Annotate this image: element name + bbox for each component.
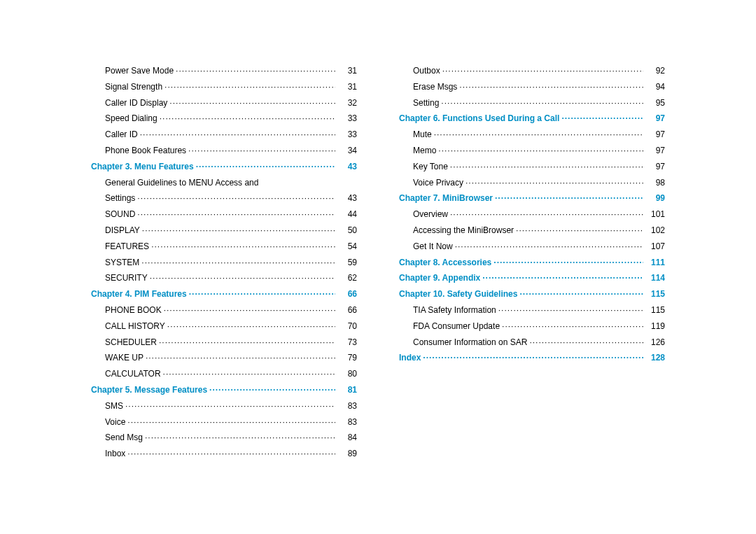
toc-leader — [145, 430, 335, 446]
toc-label: Chapter 4. PIM Features — [91, 286, 187, 302]
toc-leader — [163, 366, 335, 382]
toc-page-number: 128 — [645, 350, 665, 366]
toc-label: TIA Safety Information — [413, 302, 496, 318]
toc-entry: Inbox89 — [91, 446, 357, 462]
toc-label: CALL HISTORY — [105, 318, 165, 335]
toc-label: Caller ID — [105, 127, 138, 143]
toc-entry: Consumer Information on SAR126 — [399, 335, 665, 351]
toc-entry: Caller ID33 — [91, 127, 357, 143]
toc-leader — [459, 79, 643, 95]
toc-leader — [434, 127, 643, 143]
toc-entry: SOUND44 — [91, 206, 357, 223]
toc-page-number: 84 — [337, 430, 357, 446]
toc-leader — [561, 111, 643, 127]
toc-leader — [502, 318, 643, 335]
toc-page-number: 70 — [337, 318, 357, 335]
toc-page-number: 115 — [645, 302, 665, 318]
toc-page-number: 92 — [645, 63, 665, 79]
toc-entry: TIA Safety Information115 — [399, 302, 665, 318]
toc-page-number: 80 — [337, 366, 357, 382]
toc-heading: Chapter 6. Functions Used During a Call9… — [399, 111, 665, 127]
toc-leader — [423, 350, 643, 366]
toc-label: Chapter 9. Appendix — [399, 270, 480, 286]
toc-leader — [529, 335, 643, 351]
toc-label: Signal Strength — [105, 79, 162, 95]
toc-label: SYSTEM — [105, 255, 139, 271]
toc-page-number: 102 — [645, 223, 665, 239]
toc-leader — [495, 190, 643, 206]
toc-entry: DISPLAY50 — [91, 223, 357, 239]
toc-leader — [450, 159, 643, 175]
toc-label: Speed Dialing — [105, 111, 158, 127]
toc-entry: CALCULATOR80 — [91, 366, 357, 382]
toc-leader — [209, 382, 335, 398]
toc-page: Power Save Mode31Signal Strength31Caller… — [0, 0, 756, 462]
toc-entry: Erase Msgs94 — [399, 79, 665, 95]
toc-page-number: 101 — [645, 206, 665, 223]
toc-page-number: 95 — [645, 95, 665, 111]
toc-leader — [441, 95, 643, 111]
toc-leader — [160, 111, 335, 127]
toc-entry: CALL HISTORY70 — [91, 318, 357, 335]
toc-label: Key Tone — [413, 159, 448, 175]
toc-page-number: 79 — [337, 350, 357, 366]
toc-page-number: 119 — [645, 318, 665, 335]
toc-label: FEATURES — [105, 239, 149, 255]
toc-page-number: 50 — [337, 223, 357, 239]
toc-page-number: 66 — [337, 302, 357, 318]
toc-leader — [150, 270, 335, 286]
toc-heading: Chapter 7. MiniBrowser99 — [399, 190, 665, 206]
toc-page-number: 81 — [337, 382, 357, 398]
toc-heading: Chapter 8. Accessories111 — [399, 255, 665, 271]
toc-page-number: 97 — [645, 127, 665, 143]
toc-label: Index — [399, 350, 421, 366]
toc-entry: FEATURES54 — [91, 239, 357, 255]
toc-entry: Mute97 — [399, 127, 665, 143]
toc-leader — [516, 223, 643, 239]
toc-page-number: 59 — [337, 255, 357, 271]
toc-page-number: 98 — [645, 175, 665, 191]
toc-page-number: 33 — [337, 127, 357, 143]
toc-label: PHONE BOOK — [105, 302, 162, 318]
toc-page-number: 97 — [645, 143, 665, 159]
toc-page-number: 107 — [645, 239, 665, 255]
toc-label: Get It Now — [413, 239, 453, 255]
toc-page-number: 66 — [337, 286, 357, 302]
toc-entry: Caller ID Display32 — [91, 95, 357, 111]
toc-leader — [151, 239, 335, 255]
toc-leader — [169, 95, 335, 111]
toc-label: Memo — [413, 143, 436, 159]
toc-page-number: 115 — [645, 286, 665, 302]
toc-label: SECURITY — [105, 270, 148, 286]
toc-leader — [442, 63, 643, 79]
toc-entry: Speed Dialing33 — [91, 111, 357, 127]
toc-entry: SECURITY62 — [91, 270, 357, 286]
toc-leader — [127, 414, 335, 430]
toc-leader — [188, 143, 335, 159]
toc-leader — [482, 270, 643, 286]
toc-leader — [164, 302, 335, 318]
toc-page-number: 73 — [337, 335, 357, 351]
toc-entry: FDA Consumer Update119 — [399, 318, 665, 335]
toc-entry: Key Tone97 — [399, 159, 665, 175]
toc-label: Chapter 6. Functions Used During a Call — [399, 111, 559, 127]
toc-leader — [142, 223, 335, 239]
toc-entry: WAKE UP79 — [91, 350, 357, 366]
toc-leader — [189, 286, 335, 302]
toc-page-number: 43 — [337, 190, 357, 206]
toc-page-number: 97 — [645, 159, 665, 175]
toc-label: Mute — [413, 127, 432, 143]
toc-leader — [196, 159, 335, 175]
toc-page-number: 83 — [337, 398, 357, 414]
toc-label: Accessing the MiniBrowser — [413, 223, 514, 239]
toc-label: General Guidelines to MENU Access and — [105, 175, 258, 191]
toc-leader — [159, 335, 335, 351]
toc-label: Outbox — [413, 63, 440, 79]
toc-entry: Overview101 — [399, 206, 665, 223]
toc-page-number: 126 — [645, 335, 665, 351]
toc-leader — [519, 286, 643, 302]
toc-page-number: 54 — [337, 239, 357, 255]
toc-heading: Index128 — [399, 350, 665, 366]
toc-entry: SCHEDULER73 — [91, 335, 357, 351]
toc-heading: Chapter 5. Message Features81 — [91, 382, 357, 398]
